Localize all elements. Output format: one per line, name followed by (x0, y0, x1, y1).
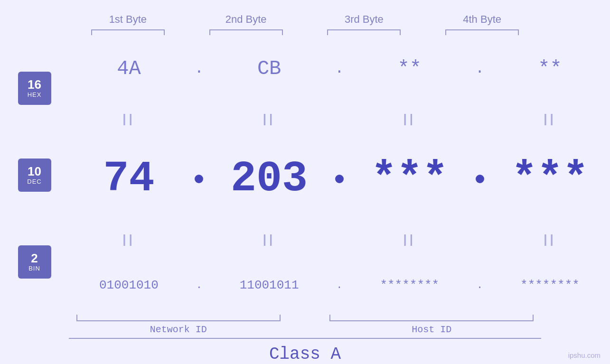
bin-b3: ******** (362, 278, 457, 292)
host-id-bracket (329, 315, 534, 321)
bracket-top-3 (317, 29, 412, 35)
bin-dot-3: . (473, 280, 487, 291)
equals-row-2: || || || || (69, 235, 610, 243)
dec-b2: 203 (222, 158, 317, 200)
eq2-b2: || (222, 235, 317, 243)
byte-header-2: 2nd Byte (198, 13, 293, 26)
class-border: Class A (69, 338, 541, 364)
class-label: Class A (269, 338, 341, 364)
network-id-section: Network ID (76, 315, 281, 335)
dec-b1: 74 (81, 158, 176, 200)
byte-header-4: 4th Byte (435, 13, 530, 26)
network-id-label: Network ID (150, 324, 207, 335)
top-brackets-row (0, 29, 610, 35)
eq2-b1: || (81, 235, 176, 243)
bin-badge-num: 2 (31, 252, 38, 265)
dec-badge: 10 DEC (18, 159, 51, 192)
watermark: ipshu.com (568, 351, 601, 359)
dec-dot-1 (192, 175, 206, 183)
eq1-b2: || (222, 115, 317, 123)
hex-row: 4A . CB . ** . ** (69, 57, 610, 80)
equals-row-1: || || || || (69, 115, 610, 123)
eq1-b3: || (362, 115, 457, 123)
dec-b3: *** (362, 158, 457, 200)
hex-badge-label: HEX (28, 91, 42, 98)
bin-dot-1: . (192, 280, 206, 291)
bin-dot-2: . (332, 280, 347, 291)
hex-badge-num: 16 (28, 78, 41, 92)
hex-badge: 16 HEX (18, 72, 51, 105)
hex-b2: CB (222, 57, 317, 80)
content-area: 16 HEX 10 DEC 2 BIN 4A . (0, 35, 610, 315)
bin-badge-label: BIN (28, 265, 40, 272)
byte-headers: 1st Byte 2nd Byte 3rd Byte 4th Byte (0, 13, 610, 26)
class-section: Class A (0, 338, 610, 364)
hex-b1: 4A (81, 57, 176, 80)
hex-b3: ** (362, 57, 457, 80)
eq1-b1: || (81, 115, 176, 123)
eq2-b3: || (362, 235, 457, 243)
byte-header-3: 3rd Byte (317, 13, 412, 26)
bin-b1: 01001010 (81, 278, 176, 292)
bracket-top-4 (435, 29, 530, 35)
host-id-section: Host ID (329, 315, 534, 335)
byte-header-1: 1st Byte (80, 13, 175, 26)
dec-dot-3 (473, 175, 487, 183)
dec-b4: *** (502, 158, 597, 200)
hex-dot-2: . (332, 60, 347, 77)
eq2-b4: || (502, 235, 597, 243)
bracket-top-1 (80, 29, 175, 35)
hex-dot-1: . (192, 60, 206, 77)
bin-badge: 2 BIN (18, 245, 51, 279)
bracket-top-2 (198, 29, 293, 35)
hex-b4: ** (502, 57, 597, 80)
dec-row: 74 203 *** *** (69, 158, 610, 200)
main-container: 1st Byte 2nd Byte 3rd Byte 4th Byte 16 H… (0, 0, 610, 364)
host-id-label: Host ID (412, 324, 451, 335)
network-id-bracket (76, 315, 281, 321)
badges-column: 16 HEX 10 DEC 2 BIN (0, 35, 69, 315)
bin-b4: ******** (502, 278, 597, 292)
bin-b2: 11001011 (222, 278, 317, 292)
eq1-b4: || (502, 115, 597, 123)
hex-dot-3: . (473, 60, 487, 77)
bottom-brackets-section: Network ID Host ID (0, 315, 610, 335)
bin-row: 01001010 . 11001011 . ******** . (69, 278, 610, 292)
dec-badge-label: DEC (27, 178, 41, 185)
data-grid: 4A . CB . ** . ** (69, 35, 610, 315)
dec-badge-num: 10 (28, 165, 41, 178)
dec-dot-2 (332, 175, 347, 183)
